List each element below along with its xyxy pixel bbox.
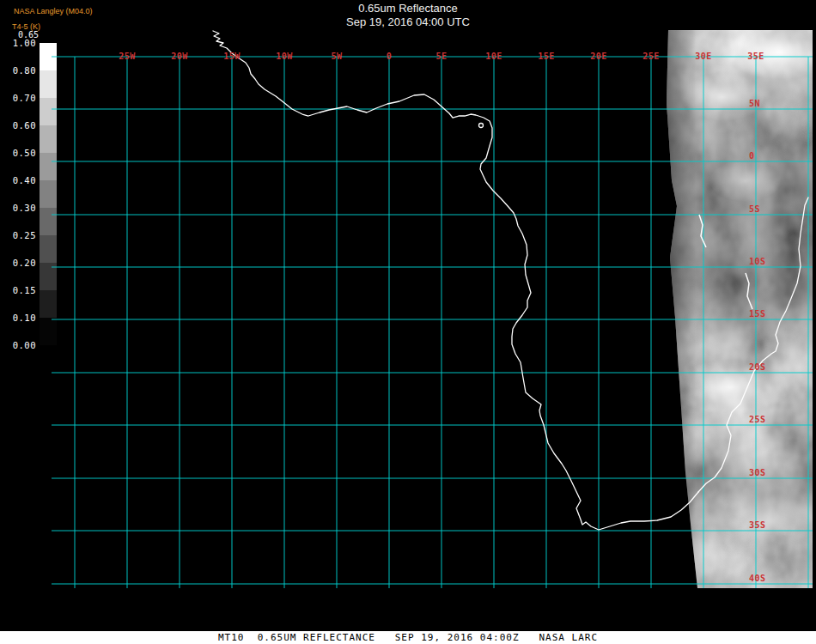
credit-text: NASA Langley (M04.0) [14,7,93,15]
lat-label: 0 [749,152,755,161]
colorbar-label: 0.80 [3,65,36,76]
colorbar-label: 0.00 [3,340,36,350]
lat-label: 35S [749,521,766,530]
footer-caption: MT10 0.65UM REFLECTANCE SEP 19, 2016 04:… [218,632,598,643]
lon-label: 5W [318,52,356,62]
page-subtitle: Sep 19, 2016 04:00 UTC [0,15,816,29]
lat-label: 5S [749,205,760,214]
lon-label: 0 [370,52,408,62]
lon-label: 25W [108,52,146,62]
africa-east-coastline [698,197,808,492]
lon-label: 5E [423,52,460,62]
colorbar-label: 0.60 [3,120,36,131]
lon-label: 20E [580,52,618,62]
colorbar-label: 0.10 [3,313,36,323]
credit-block: NASA Langley (M04.0) T4-5 (K) [14,7,93,31]
lon-label: 15W [213,52,251,62]
lat-label: 40S [749,574,766,583]
colorbar-label: 0.25 [3,230,36,240]
lat-label: 30S [749,469,766,477]
colorbar-label: 0.20 [3,258,36,268]
lat-label: 15S [749,310,766,319]
lat-label: 10S [749,258,766,266]
colorbar-label: 0.15 [3,285,36,295]
lon-label: 35E [737,52,775,62]
coastline [52,30,813,588]
africa-west-coastline [213,31,698,530]
page-title: 0.65um Reflectance [0,2,816,15]
title-block: 0.65um Reflectance Sep 19, 2016 04:00 UT… [0,2,816,29]
footer-bar: MT10 0.65UM REFLECTANCE SEP 19, 2016 04:… [0,631,816,644]
bioko-island [479,124,484,128]
map-area: 25W 20W 15W 10W 5W 0 5E 10E 15E 20E 25E … [52,30,813,588]
colorbar-label: 0.40 [3,175,36,185]
lon-label: 25E [632,52,670,62]
lat-label: 20S [749,363,766,372]
lon-label: 20W [161,52,198,62]
colorbar-label: 0.70 [3,93,36,103]
satellite-image-viewer: 0.65um Reflectance Sep 19, 2016 04:00 UT… [0,0,816,644]
colorbar-label: 1.00 [3,38,36,48]
lon-label: 10E [475,52,513,62]
lon-label: 10W [265,52,303,62]
lon-label: 15E [527,52,565,62]
lake-tanganyika [699,215,706,247]
lat-label: 5N [749,100,760,108]
colorbar-label: 0.30 [3,203,36,213]
colorbar-label: 0.50 [3,148,36,158]
lat-label: 25S [749,416,766,424]
lon-label: 30E [685,52,722,62]
lake-malawi [746,273,752,309]
